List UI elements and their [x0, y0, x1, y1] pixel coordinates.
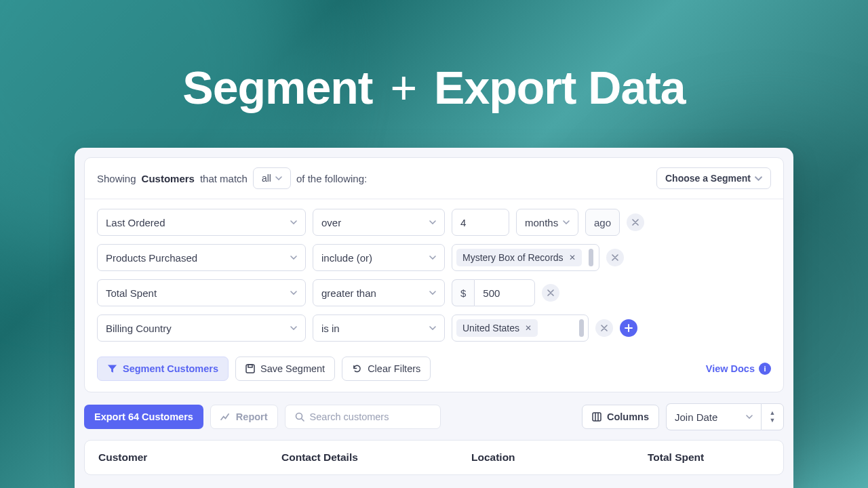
filter-suffix-label: ago [585, 209, 620, 236]
filter-operator-select[interactable]: is in [313, 314, 445, 342]
filter-field-label: Total Spent [106, 287, 157, 299]
sort-direction-toggle[interactable]: ▲ ▼ [761, 403, 784, 430]
money-input-group: $ 500 [452, 279, 535, 306]
filter-value-text: 4 [460, 217, 466, 228]
results-toolbar: Export 64 Customers Report Search custom… [84, 403, 784, 430]
tag-scroll-thumb[interactable] [579, 319, 584, 337]
hero-part2: Export Data [434, 62, 686, 113]
ago-text: ago [594, 217, 611, 228]
svg-rect-0 [246, 365, 254, 373]
column-header-location[interactable]: Location [471, 451, 648, 464]
svg-rect-1 [248, 365, 252, 367]
plus-icon [625, 324, 633, 332]
chevron-down-icon [429, 291, 436, 295]
search-input[interactable]: Search customers [285, 405, 441, 429]
tag-scroll-thumb[interactable] [589, 249, 593, 266]
chevron-down-icon [429, 220, 436, 224]
filter-field-select[interactable]: Products Purchased [97, 244, 306, 271]
view-docs-link[interactable]: View Docs i [706, 363, 771, 375]
column-header-contact[interactable]: Contact Details [281, 451, 471, 464]
filter-operator-label: include (or) [321, 252, 372, 264]
sort-group: Join Date ▲ ▼ [666, 403, 784, 430]
filter-tag-label: United States [462, 323, 519, 333]
chevron-down-icon [290, 326, 297, 330]
export-label: Export 64 Customers [94, 411, 193, 422]
filter-operator-label: greater than [321, 287, 376, 299]
chevron-down-icon [275, 176, 282, 180]
remove-filter-button[interactable] [606, 249, 624, 266]
results-table: Customer Contact Details Location Total … [84, 440, 784, 475]
filter-value-input[interactable]: 4 [452, 209, 509, 236]
column-header-spent[interactable]: Total Spent [648, 451, 770, 464]
filter-field-select[interactable]: Billing Country [97, 314, 306, 342]
filter-operator-label: is in [321, 323, 340, 334]
close-icon [632, 219, 639, 226]
remove-filter-button[interactable] [627, 214, 644, 231]
svg-point-2 [296, 413, 302, 420]
filter-field-label: Products Purchased [106, 252, 197, 264]
svg-rect-3 [593, 413, 601, 421]
filter-operator-select[interactable]: include (or) [313, 244, 445, 271]
remove-tag-button[interactable]: ✕ [569, 253, 576, 262]
money-value-input[interactable]: 500 [474, 279, 535, 306]
currency-prefix: $ [452, 279, 474, 306]
money-value-text: 500 [483, 287, 500, 299]
filter-field-label: Billing Country [106, 323, 172, 334]
sort-field-select[interactable]: Join Date [666, 403, 761, 430]
filter-row: Total Spent greater than $ 500 [97, 279, 771, 306]
remove-filter-button[interactable] [595, 319, 613, 337]
filter-actions: Segment Customers Save Segment Clear Fil… [85, 357, 783, 392]
report-button[interactable]: Report [210, 405, 278, 429]
filter-tags-input[interactable]: United States ✕ [452, 314, 589, 342]
filter-header-text: Showing Customers that match all of the … [97, 167, 367, 189]
entity-name: Customers [142, 173, 195, 184]
chart-icon [220, 413, 231, 422]
main-panel: Showing Customers that match all of the … [75, 148, 793, 488]
filter-operator-select[interactable]: greater than [313, 279, 445, 306]
segment-customers-button[interactable]: Segment Customers [97, 357, 229, 381]
save-segment-button[interactable]: Save Segment [235, 357, 335, 381]
filter-field-select[interactable]: Last Ordered [97, 209, 306, 236]
chevron-down-icon [290, 220, 297, 224]
save-icon [245, 364, 255, 373]
filter-operator-label: over [321, 217, 341, 228]
columns-icon [592, 412, 601, 422]
remove-tag-button[interactable]: ✕ [525, 323, 532, 333]
chevron-down-icon [746, 415, 753, 419]
export-button[interactable]: Export 64 Customers [84, 405, 203, 429]
columns-label: Columns [607, 411, 649, 422]
columns-button[interactable]: Columns [582, 405, 659, 429]
remove-filter-button[interactable] [542, 284, 559, 302]
add-filter-button[interactable] [620, 319, 637, 337]
filter-unit-select[interactable]: months [516, 209, 578, 236]
column-header-customer[interactable]: Customer [98, 451, 281, 464]
filter-tag: Mystery Box of Records ✕ [456, 249, 582, 266]
filter-row: Last Ordered over 4 months ago [97, 209, 771, 236]
chevron-down-icon [563, 220, 570, 224]
currency-symbol: $ [460, 287, 466, 299]
clear-filters-button[interactable]: Clear Filters [342, 357, 431, 381]
choose-segment-button[interactable]: Choose a Segment [656, 167, 771, 189]
toolbar-left: Export 64 Customers Report Search custom… [84, 405, 441, 429]
chevron-down-icon [429, 326, 436, 330]
filter-header: Showing Customers that match all of the … [85, 158, 783, 199]
match-mode-select[interactable]: all [253, 167, 291, 189]
filter-tags-input[interactable]: Mystery Box of Records ✕ [452, 244, 599, 271]
sort-down-icon: ▼ [770, 418, 776, 424]
view-docs-label: View Docs [706, 363, 755, 374]
hero-title: Segment + Export Data [0, 61, 868, 114]
filter-row: Billing Country is in United States ✕ [97, 314, 771, 342]
hero-part1: Segment [182, 62, 372, 113]
sort-field-label: Join Date [675, 411, 717, 423]
chevron-down-icon [755, 176, 762, 181]
chevron-down-icon [290, 256, 297, 260]
save-segment-label: Save Segment [260, 363, 325, 374]
match-mode-value: all [262, 173, 271, 184]
info-icon: i [759, 363, 771, 375]
showing-prefix: Showing [97, 173, 136, 184]
filter-actions-left: Segment Customers Save Segment Clear Fil… [97, 357, 431, 381]
filter-body: Last Ordered over 4 months ago [85, 199, 783, 357]
close-icon [612, 254, 618, 261]
filter-operator-select[interactable]: over [313, 209, 445, 236]
filter-field-select[interactable]: Total Spent [97, 279, 306, 306]
